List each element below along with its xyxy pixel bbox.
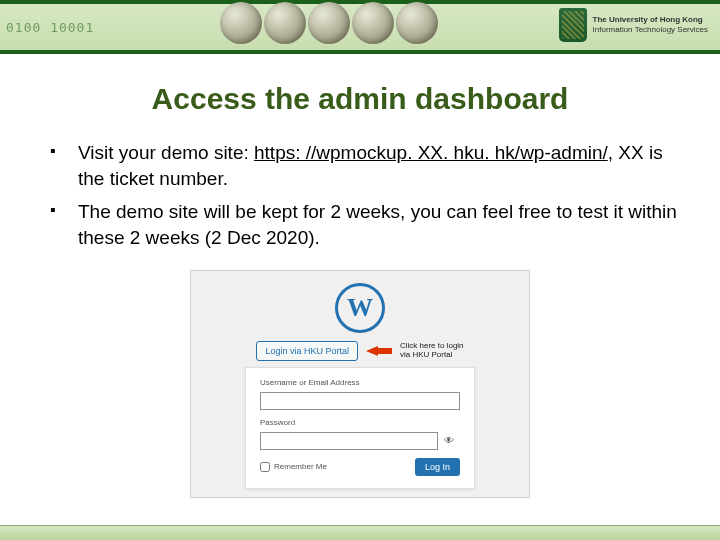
slide-title: Access the admin dashboard <box>0 82 720 116</box>
university-text: The University of Hong Kong Information … <box>593 15 708 34</box>
arrow-caption: Click here to login via HKU Portal <box>400 342 464 360</box>
login-screenshot: W Login via HKU Portal Click here to log… <box>190 270 530 498</box>
password-label: Password <box>260 418 460 427</box>
bullet-item: Visit your demo site: https: //wpmockup.… <box>50 140 690 191</box>
uni-line2: Information Technology Services <box>593 25 708 35</box>
demo-url-link[interactable]: https: //wpmockup. XX. hku. hk/wp-admin/ <box>254 142 608 163</box>
login-form: Username or Email Address Password 👁 Rem… <box>245 367 475 489</box>
footer-bar <box>0 525 720 540</box>
remember-label: Remember Me <box>274 462 327 471</box>
bullet-item: The demo site will be kept for 2 weeks, … <box>50 199 690 250</box>
bullet-list: Visit your demo site: https: //wpmockup.… <box>0 140 720 251</box>
password-input[interactable] <box>260 432 460 450</box>
remember-me[interactable]: Remember Me <box>260 462 327 472</box>
uni-line1: The University of Hong Kong <box>593 15 708 25</box>
username-input[interactable] <box>260 392 460 410</box>
remember-checkbox[interactable] <box>260 462 270 472</box>
top-banner: 0100 10001 The University of Hong Kong I… <box>0 0 720 54</box>
globe-icon <box>308 2 350 44</box>
arrow-caption-line2: via HKU Portal <box>400 351 464 360</box>
username-label: Username or Email Address <box>260 378 460 387</box>
globe-icon <box>264 2 306 44</box>
bullet-text: The demo site will be kept for 2 weeks, … <box>78 201 677 248</box>
crest-icon <box>559 8 587 42</box>
university-logo: The University of Hong Kong Information … <box>559 8 708 42</box>
login-bottom-row: Remember Me Log In <box>260 458 460 476</box>
hku-portal-login-button[interactable]: Login via HKU Portal <box>256 341 358 361</box>
portal-row: Login via HKU Portal Click here to login… <box>256 341 463 361</box>
bullet-lead: Visit your demo site: <box>78 142 254 163</box>
globe-icon <box>352 2 394 44</box>
red-arrow-icon <box>366 346 392 356</box>
globe-icon <box>220 2 262 44</box>
binary-decor: 0100 10001 <box>0 4 226 50</box>
globe-icon <box>396 2 438 44</box>
wordpress-logo-icon: W <box>335 283 385 333</box>
login-button[interactable]: Log In <box>415 458 460 476</box>
show-password-icon[interactable]: 👁 <box>437 432 460 450</box>
globe-row <box>220 2 438 44</box>
